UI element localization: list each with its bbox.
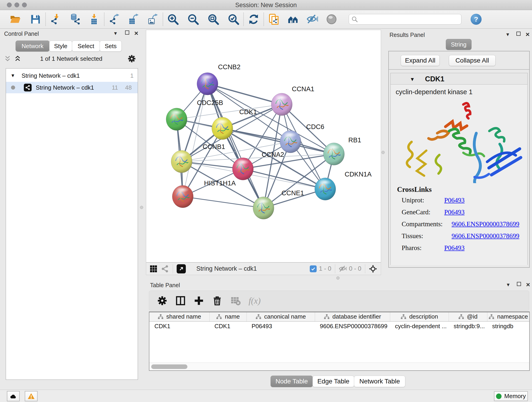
import-network-database-button[interactable] xyxy=(68,13,82,26)
control-panel: Control Panel ▾ × Network Style Select S… xyxy=(0,29,143,390)
network-node-CCNA1[interactable] xyxy=(271,93,292,115)
hidden-eye-slash-icon[interactable] xyxy=(339,265,347,273)
check-icon xyxy=(311,266,316,271)
tab-sets[interactable]: Sets xyxy=(100,41,122,51)
separator xyxy=(173,264,173,274)
table-panel-close-button[interactable]: × xyxy=(526,282,530,288)
zoom-in-button[interactable] xyxy=(166,13,180,26)
column-header-namespace[interactable]: namespace xyxy=(487,312,529,321)
tab-style[interactable]: Style xyxy=(49,41,72,51)
control-panel-float-button[interactable] xyxy=(125,31,129,36)
network-collection-row[interactable]: ▾ String Network – cdk1 1 xyxy=(6,70,138,81)
network-node-RB1[interactable] xyxy=(323,143,344,165)
warnings-button[interactable] xyxy=(25,391,38,401)
network-node-CDC6[interactable] xyxy=(280,130,301,153)
import-table-icon xyxy=(89,13,100,25)
column-header-description[interactable]: description xyxy=(390,312,449,321)
network-node-CCNE1[interactable] xyxy=(253,197,274,219)
network-node-CDKN1A[interactable] xyxy=(315,178,336,200)
network-canvas[interactable]: CCNB2CCNA1CDC25BCDK1CDC6RB1CCNB1CCNA2CDK… xyxy=(146,30,381,262)
zoom-fit-button[interactable] xyxy=(207,13,220,26)
cdk1-entry: ▾ CDK1 cyclin-dependent kinase 1 xyxy=(390,73,528,265)
create-column-plus-icon[interactable] xyxy=(194,295,204,306)
control-panel-title: Control Panel xyxy=(4,31,39,37)
network-row-selected[interactable]: String Network – cdk1 11 48 xyxy=(6,82,138,93)
results-panel-close-button[interactable]: × xyxy=(526,32,530,38)
first-neighbors-button[interactable] xyxy=(286,13,300,26)
uniprot-link[interactable]: P06493 xyxy=(444,196,465,204)
zoom-selected-button[interactable] xyxy=(227,13,240,26)
network-node-HIST1H1A[interactable] xyxy=(172,185,193,208)
left-splitter-handle[interactable] xyxy=(140,206,143,209)
selected-checkbox[interactable] xyxy=(310,265,317,272)
results-panel-menu-button[interactable]: ▾ xyxy=(506,32,509,37)
update-network-button[interactable] xyxy=(247,13,260,26)
table-row[interactable]: CDK1 CDK1 P06493 9606.ENSP00000378699 cy… xyxy=(149,321,529,331)
network-node-CCNB2[interactable] xyxy=(197,73,218,95)
memory-button[interactable]: Memory xyxy=(494,391,528,401)
tissues-link[interactable]: 9606.ENSP00000378699 xyxy=(452,232,519,240)
network-node-CCNA2[interactable] xyxy=(232,158,253,180)
show-graphics-details-button[interactable] xyxy=(325,13,338,26)
tab-network-table[interactable]: Network Table xyxy=(354,376,405,387)
cloud-status-button[interactable] xyxy=(7,391,20,401)
table-toolbar: f(x) xyxy=(149,291,529,311)
right-splitter-handle[interactable] xyxy=(381,151,385,154)
node-label-CCNA2: CCNA2 xyxy=(262,151,284,158)
save-session-button[interactable] xyxy=(29,13,42,26)
column-header-id[interactable]: @id xyxy=(449,312,487,321)
tab-network[interactable]: Network xyxy=(16,41,50,51)
control-panel-close-button[interactable]: × xyxy=(134,31,138,36)
table-options-gear-icon[interactable] xyxy=(157,295,167,306)
export-table-button[interactable] xyxy=(127,13,140,26)
tab-node-table[interactable]: Node Table xyxy=(271,376,313,387)
network-node-CCNB1[interactable] xyxy=(171,150,192,173)
show-columns-icon[interactable] xyxy=(175,295,186,306)
detach-view-button[interactable] xyxy=(177,264,186,274)
import-table-file-button[interactable] xyxy=(88,13,101,26)
bottom-splitter-handle[interactable] xyxy=(336,276,340,280)
network-graph[interactable]: CCNB2CCNA1CDC25BCDK1CDC6RB1CCNB1CCNA2CDK… xyxy=(146,30,381,262)
compartments-link[interactable]: 9606.ENSP00000378699 xyxy=(452,220,519,228)
open-session-button[interactable] xyxy=(9,13,22,26)
horizontal-scrollbar[interactable] xyxy=(149,363,529,370)
clone-network-button[interactable] xyxy=(267,13,280,26)
cdk1-entry-header[interactable]: ▾ CDK1 xyxy=(391,73,527,85)
column-header-shared-name[interactable]: shared name xyxy=(149,312,209,321)
tab-edge-table[interactable]: Edge Table xyxy=(312,376,354,387)
search-input[interactable] xyxy=(349,14,462,25)
results-panel-float-button[interactable] xyxy=(516,32,520,37)
birds-eye-crosshair-icon[interactable] xyxy=(369,265,377,273)
grid-view-icon[interactable] xyxy=(149,265,158,273)
entry-collapse-caret-icon[interactable]: ▾ xyxy=(411,76,414,83)
pharos-link[interactable]: P06493 xyxy=(444,244,465,252)
table-panel-menu-button[interactable]: ▾ xyxy=(507,282,510,287)
toolbar-separator xyxy=(45,13,46,26)
column-header-name[interactable]: name xyxy=(209,312,247,321)
edge-CCNA1-CDC25B xyxy=(177,104,282,119)
help-button[interactable]: ? xyxy=(471,14,481,25)
genecard-link[interactable]: P06493 xyxy=(444,208,465,216)
expand-all-button[interactable]: Expand All xyxy=(401,55,440,66)
zoom-out-button[interactable] xyxy=(186,13,200,26)
scrollbar-thumb[interactable] xyxy=(151,364,187,369)
export-image-button[interactable] xyxy=(146,13,159,26)
column-header-database-identifier[interactable]: database identifier xyxy=(315,312,390,321)
network-options-gear-icon[interactable] xyxy=(127,54,136,63)
control-panel-menu-button[interactable]: ▾ xyxy=(114,31,117,36)
share-view-icon[interactable] xyxy=(161,265,169,273)
delete-column-trash-icon[interactable] xyxy=(212,295,222,306)
network-node-CDC25B[interactable] xyxy=(166,108,187,130)
tab-string[interactable]: String xyxy=(446,39,472,50)
column-header-canonical-name[interactable]: canonical name xyxy=(247,312,315,321)
tree-expand-caret-icon[interactable]: ▾ xyxy=(12,72,14,79)
export-network-button[interactable] xyxy=(108,13,121,26)
folder-open-icon xyxy=(10,13,21,25)
hide-selected-button[interactable] xyxy=(306,13,319,26)
network-node-CDK1[interactable] xyxy=(212,117,233,140)
collapse-all-button[interactable]: Collapse All xyxy=(449,55,496,66)
import-network-file-button[interactable] xyxy=(49,13,62,26)
tab-select[interactable]: Select xyxy=(72,41,100,51)
node-label-RB1: RB1 xyxy=(348,136,361,144)
table-panel-float-button[interactable] xyxy=(517,282,521,287)
